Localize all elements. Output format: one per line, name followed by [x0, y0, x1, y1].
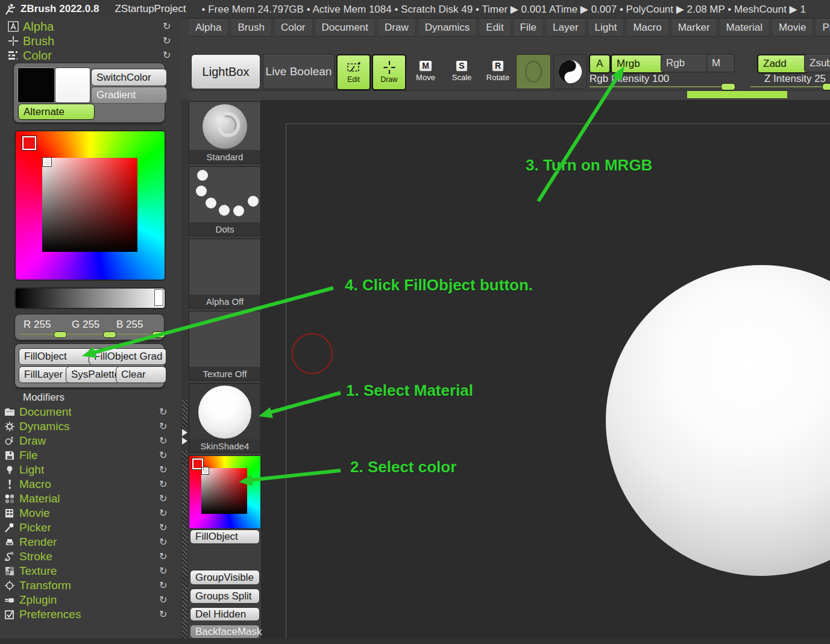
- mrgb-mode-button[interactable]: Mrgb: [611, 54, 665, 73]
- palette-header-alpha[interactable]: Alpha ↻: [4, 19, 177, 34]
- edit-button[interactable]: Edit: [336, 54, 371, 90]
- value-gradient-bar[interactable]: [14, 287, 166, 309]
- refresh-icon[interactable]: ↻: [159, 595, 167, 605]
- refresh-icon[interactable]: ↻: [159, 552, 167, 561]
- rgb-sliders-track[interactable]: [20, 334, 159, 335]
- sv-indicator[interactable]: [43, 158, 51, 166]
- refresh-icon[interactable]: ↻: [163, 51, 171, 60]
- sidebar-item-movie[interactable]: Movie ↻: [0, 506, 181, 521]
- material-mixer-button[interactable]: [553, 54, 587, 89]
- z-intensity-slider[interactable]: [750, 86, 830, 87]
- sidebar-item-stroke[interactable]: Stroke ↻: [0, 549, 181, 564]
- value-gradient-handle[interactable]: [154, 289, 163, 306]
- palette-header-brush[interactable]: Brush ↻: [4, 34, 177, 48]
- color-picker[interactable]: [14, 130, 166, 281]
- sidebar-item-material[interactable]: Material ↻: [0, 492, 181, 506]
- menu-brush[interactable]: Brush: [231, 19, 271, 36]
- refresh-icon[interactable]: ↻: [159, 465, 167, 475]
- gradient-button[interactable]: Gradient: [91, 87, 167, 104]
- current-texture-thumbnail[interactable]: Texture Off: [189, 311, 261, 381]
- clear-button[interactable]: Clear: [116, 366, 166, 383]
- r-slider-handle[interactable]: [54, 331, 67, 338]
- sidebar-item-dynamics[interactable]: Dynamics ↻: [0, 419, 181, 434]
- menu-alpha[interactable]: Alpha: [189, 19, 228, 36]
- zsub-mode-button[interactable]: Zsub: [804, 54, 830, 72]
- tray-color-picker[interactable]: [189, 455, 261, 529]
- z-intensity-handle[interactable]: [822, 83, 830, 90]
- rotate-button[interactable]: R Rotate: [483, 55, 512, 87]
- sculptris-pro-button[interactable]: [516, 54, 551, 89]
- refresh-icon[interactable]: ↻: [163, 22, 171, 31]
- refresh-icon[interactable]: ↻: [159, 523, 167, 533]
- sidebar-item-transform[interactable]: Transform ↻: [0, 578, 181, 593]
- current-material-thumbnail[interactable]: SkinShade4: [189, 383, 261, 453]
- rgb-mode-button[interactable]: Rgb: [661, 54, 710, 72]
- main-color-swatch[interactable]: [17, 67, 55, 103]
- menu-picker[interactable]: Picker: [816, 19, 830, 36]
- current-alpha-thumbnail[interactable]: Alpha Off: [189, 239, 261, 308]
- refresh-icon[interactable]: ↻: [159, 581, 167, 590]
- saturation-value-square[interactable]: [42, 158, 137, 252]
- switch-color-button[interactable]: SwitchColor: [91, 69, 167, 86]
- backface-mask-button[interactable]: BackfaceMask: [190, 625, 260, 639]
- scale-button[interactable]: S Scale: [447, 55, 476, 87]
- menu-macro[interactable]: Macro: [626, 19, 668, 36]
- refresh-icon[interactable]: ↻: [159, 436, 167, 446]
- menu-light[interactable]: Light: [588, 19, 624, 36]
- sidebar-item-macro[interactable]: Macro ↻: [0, 477, 181, 492]
- rgb-intensity-slider[interactable]: [589, 86, 733, 87]
- tray-scroll-indicator[interactable]: [687, 91, 787, 98]
- sphere-model[interactable]: [606, 265, 830, 576]
- sidebar-item-zplugin[interactable]: Zplugin ↻: [0, 593, 181, 607]
- menu-draw[interactable]: Draw: [378, 19, 415, 36]
- sidebar-item-texture[interactable]: Texture ↻: [0, 564, 181, 578]
- tray-sv-indicator[interactable]: [202, 467, 209, 474]
- move-button[interactable]: M Move: [411, 55, 440, 87]
- menu-movie[interactable]: Movie: [772, 19, 813, 36]
- refresh-icon[interactable]: ↻: [159, 566, 167, 576]
- menu-marker[interactable]: Marker: [671, 19, 717, 36]
- sidebar-item-picker[interactable]: Picker ↻: [0, 521, 181, 535]
- refresh-icon[interactable]: ↻: [159, 407, 167, 417]
- rgb-intensity-handle[interactable]: [721, 83, 735, 90]
- hue-indicator[interactable]: [22, 136, 36, 150]
- sys-palette-button[interactable]: SysPalette: [66, 366, 120, 383]
- refresh-icon[interactable]: ↻: [159, 537, 167, 547]
- sidebar-item-render[interactable]: Render ↻: [0, 535, 181, 549]
- current-stroke-thumbnail[interactable]: Dots: [189, 166, 261, 236]
- anchor-mode-button[interactable]: A: [589, 54, 611, 73]
- alternate-button[interactable]: Alternate: [18, 104, 95, 120]
- menu-file[interactable]: File: [514, 19, 543, 36]
- b-slider-handle[interactable]: [152, 331, 165, 338]
- sidebar-item-draw[interactable]: Draw ↻: [0, 434, 181, 448]
- del-hidden-button[interactable]: Del Hidden: [190, 607, 260, 621]
- sidebar-item-light[interactable]: Light ↻: [0, 463, 181, 477]
- g-slider-handle[interactable]: [103, 331, 116, 338]
- sidebar-item-file[interactable]: File ↻: [0, 448, 181, 463]
- fill-layer-button[interactable]: FillLayer: [19, 366, 71, 383]
- refresh-icon[interactable]: ↻: [159, 422, 167, 431]
- zadd-mode-button[interactable]: Zadd: [757, 54, 808, 73]
- refresh-icon[interactable]: ↻: [159, 494, 167, 504]
- sidebar-item-document[interactable]: Document ↻: [0, 405, 181, 419]
- refresh-icon[interactable]: ↻: [159, 610, 167, 619]
- groups-split-button[interactable]: Groups Split: [190, 589, 260, 604]
- fill-object-grad-button[interactable]: FillObject Grad: [89, 348, 166, 365]
- tray-divider[interactable]: [181, 100, 189, 644]
- sidebar-item-preferences[interactable]: Preferences ↻: [0, 607, 181, 622]
- fill-object-button[interactable]: FillObject: [19, 348, 93, 365]
- group-visible-button[interactable]: GroupVisible: [190, 570, 260, 585]
- live-boolean-button[interactable]: Live Boolean: [263, 54, 335, 89]
- menu-color[interactable]: Color: [274, 19, 312, 36]
- menu-document[interactable]: Document: [315, 19, 375, 36]
- tray-fill-object-button[interactable]: FillObject: [190, 530, 260, 544]
- refresh-icon[interactable]: ↻: [159, 480, 167, 489]
- menu-material[interactable]: Material: [720, 19, 769, 36]
- document-canvas[interactable]: [261, 100, 830, 644]
- lightbox-button[interactable]: LightBox: [191, 54, 260, 89]
- secondary-color-swatch[interactable]: [55, 67, 90, 103]
- divider-grip[interactable]: [182, 399, 187, 431]
- menu-edit[interactable]: Edit: [479, 19, 510, 36]
- palette-header-color[interactable]: Color ↻: [4, 48, 177, 63]
- refresh-icon[interactable]: ↻: [163, 36, 171, 46]
